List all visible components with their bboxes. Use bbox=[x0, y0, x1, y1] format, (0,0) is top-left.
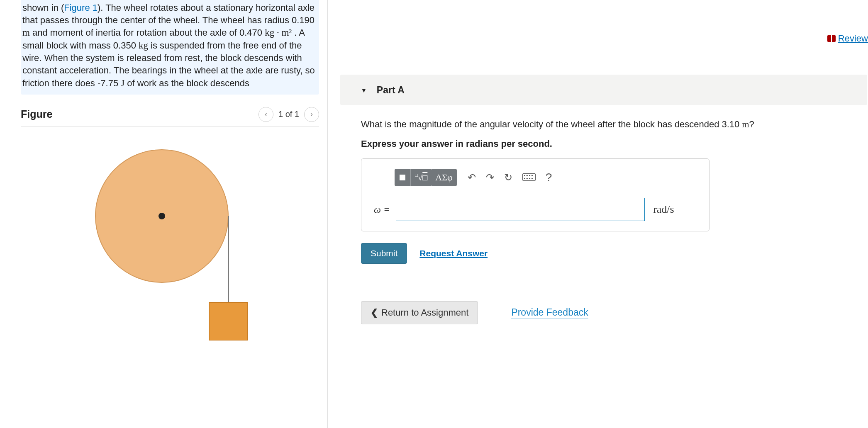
part-header[interactable]: ▼ Part A bbox=[340, 75, 867, 105]
return-to-assignment-button[interactable]: ❮ Return to Assignment bbox=[361, 301, 478, 324]
figure-header: Figure ‹ 1 of 1 › bbox=[21, 95, 319, 126]
figure-counter: 1 of 1 bbox=[278, 109, 299, 119]
chevron-left-icon: ❮ bbox=[371, 307, 378, 318]
answer-input[interactable] bbox=[396, 198, 645, 221]
problem-intro: shown in (Figure 1). The wheel rotates a… bbox=[21, 0, 319, 95]
svg-rect-4 bbox=[400, 175, 405, 180]
reset-icon[interactable]: ↻ bbox=[504, 172, 512, 183]
template-root-button[interactable]: □√□ bbox=[411, 169, 432, 186]
provide-feedback-link[interactable]: Provide Feedback bbox=[511, 307, 588, 319]
chevron-right-icon: › bbox=[310, 110, 313, 119]
keyboard-icon[interactable] bbox=[522, 172, 536, 183]
answer-row: ω = rad/s bbox=[374, 198, 697, 221]
return-label: Return to Assignment bbox=[381, 307, 468, 318]
answer-variable: ω = bbox=[374, 204, 390, 215]
part-a: ▼ Part A What is the magnitude of the an… bbox=[340, 75, 867, 324]
toolbar-greek-group: ΑΣφ bbox=[431, 169, 456, 186]
review-link[interactable]: Review bbox=[827, 33, 868, 44]
svg-point-1 bbox=[158, 213, 165, 219]
redo-icon[interactable]: ↷ bbox=[486, 172, 494, 183]
part-title: Part A bbox=[377, 85, 405, 96]
answer-instruction: Express your answer in radians per secon… bbox=[361, 139, 855, 149]
template-box-button[interactable] bbox=[395, 169, 411, 186]
figure-next-button[interactable]: › bbox=[304, 107, 319, 122]
undo-icon[interactable]: ↶ bbox=[468, 172, 476, 183]
left-panel: shown in (Figure 1). The wheel rotates a… bbox=[0, 0, 328, 428]
question-text: What is the magnitude of the angular vel… bbox=[361, 117, 855, 131]
review-label: Review bbox=[838, 33, 868, 44]
figure-canvas bbox=[21, 126, 319, 343]
help-icon[interactable]: ? bbox=[546, 171, 552, 184]
answer-unit: rad/s bbox=[653, 203, 674, 216]
figure-prev-button[interactable]: ‹ bbox=[258, 107, 273, 122]
answer-toolbar: □√□ ΑΣφ ↶ ↷ ↻ ? bbox=[395, 169, 697, 186]
answer-box: □√□ ΑΣφ ↶ ↷ ↻ ? ω = bbox=[361, 158, 710, 231]
request-answer-link[interactable]: Request Answer bbox=[419, 248, 488, 258]
figure-heading: Figure bbox=[21, 108, 258, 120]
wheel-figure bbox=[83, 141, 257, 340]
right-panel: Review ▼ Part A What is the magnitude of… bbox=[328, 0, 868, 428]
submit-button[interactable]: Submit bbox=[361, 243, 407, 264]
book-icon bbox=[827, 35, 836, 42]
answer-actions: Submit Request Answer bbox=[361, 243, 855, 264]
part-body: What is the magnitude of the angular vel… bbox=[340, 105, 867, 324]
svg-rect-3 bbox=[209, 302, 247, 340]
toolbar-templates-group: □√□ bbox=[395, 169, 432, 186]
chevron-left-icon: ‹ bbox=[265, 110, 267, 119]
greek-letters-button[interactable]: ΑΣφ bbox=[431, 169, 456, 186]
chevron-down-icon: ▼ bbox=[361, 87, 367, 94]
toolbar-icons: ↶ ↷ ↻ ? bbox=[468, 171, 552, 184]
bottom-links: ❮ Return to Assignment Provide Feedback bbox=[361, 301, 855, 324]
